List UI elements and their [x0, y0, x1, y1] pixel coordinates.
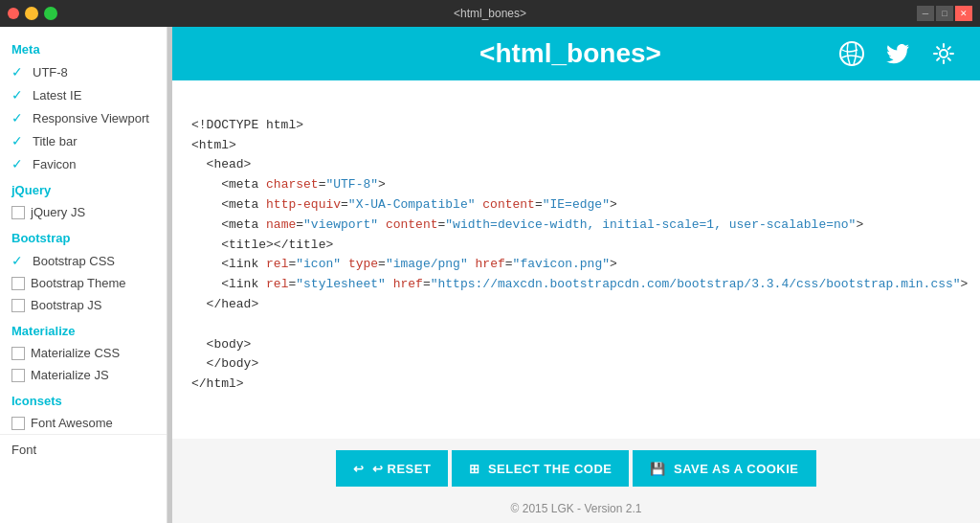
- dribbble-icon[interactable]: [835, 36, 869, 71]
- checkbox-bootstrap-js[interactable]: [11, 299, 25, 312]
- checkbox-bootstrap-theme[interactable]: [11, 277, 25, 290]
- sidebar-section-materialize: Materialize: [0, 316, 167, 342]
- main-content: <html_bones>: [172, 27, 980, 523]
- select-code-button[interactable]: ⊞ SELECT THE CODE: [452, 450, 629, 487]
- font-tab[interactable]: Font: [0, 434, 167, 465]
- sidebar-section-meta: Meta: [0, 34, 167, 60]
- action-bar: ↩ ↩ RESET ⊞ SELECT THE CODE 💾 SAVE AS A …: [172, 439, 980, 498]
- sidebar-item-titlebar[interactable]: ✓ Title bar: [0, 129, 167, 152]
- save-cookie-button[interactable]: 💾 SAVE AS A COOKIE: [633, 450, 815, 487]
- checkbox-font-awesome[interactable]: [11, 417, 25, 430]
- maximize-button[interactable]: [44, 7, 57, 20]
- twitter-icon[interactable]: [880, 36, 915, 71]
- checkbox-materialize-js[interactable]: [11, 369, 25, 382]
- save-icon: 💾: [650, 462, 666, 476]
- minimize-button[interactable]: [25, 7, 38, 20]
- svg-point-0: [840, 42, 863, 65]
- check-icon: ✓: [11, 110, 27, 125]
- settings-icon[interactable]: [926, 36, 961, 71]
- minimize-btn[interactable]: ─: [917, 6, 934, 21]
- check-icon: ✓: [11, 87, 27, 102]
- header-icons: [835, 36, 961, 71]
- footer-text: © 2015 LGK - Version 2.1: [511, 502, 642, 515]
- svg-point-1: [940, 50, 947, 57]
- sidebar-section-jquery: jQuery: [0, 175, 167, 201]
- footer: © 2015 LGK - Version 2.1: [172, 498, 980, 523]
- sidebar: Meta ✓ UTF-8 ✓ Latest IE ✓ Responsive Vi…: [0, 27, 167, 523]
- checkbox-materialize-css[interactable]: [11, 347, 25, 360]
- sidebar-item-jquery-js[interactable]: jQuery JS: [0, 201, 167, 223]
- sidebar-item-bootstrap-css[interactable]: ✓ Bootstrap CSS: [0, 249, 167, 272]
- sidebar-item-latest-ie[interactable]: ✓ Latest IE: [0, 83, 167, 106]
- app-header: <html_bones>: [172, 27, 980, 80]
- checkbox-jquery-js[interactable]: [11, 206, 25, 219]
- sidebar-item-responsive[interactable]: ✓ Responsive Viewport: [0, 106, 167, 129]
- check-icon: ✓: [11, 64, 27, 80]
- sidebar-item-font-awesome[interactable]: Font Awesome: [0, 412, 167, 434]
- sidebar-item-bootstrap-theme[interactable]: Bootstrap Theme: [0, 272, 167, 294]
- title-bar: <html_bones> ─ □ ✕: [0, 0, 980, 27]
- app-title: <html_bones>: [306, 38, 835, 69]
- sidebar-section-iconsets: Iconsets: [0, 386, 167, 412]
- select-icon: ⊞: [469, 462, 480, 476]
- code-editor[interactable]: <!DOCTYPE html> <html> <head> <meta char…: [172, 80, 980, 439]
- code-block: <!DOCTYPE html> <html> <head> <meta char…: [191, 96, 961, 415]
- sidebar-item-favicon[interactable]: ✓ Favicon: [0, 152, 167, 175]
- sidebar-section-bootstrap: Bootstrap: [0, 223, 167, 249]
- restore-btn[interactable]: □: [936, 6, 953, 21]
- traffic-light-red[interactable]: [8, 8, 19, 19]
- window-title: <html_bones>: [454, 7, 526, 20]
- sidebar-item-bootstrap-js[interactable]: Bootstrap JS: [0, 294, 167, 316]
- check-icon: ✓: [11, 253, 27, 268]
- reset-icon: ↩: [353, 462, 365, 476]
- sidebar-item-materialize-css[interactable]: Materialize CSS: [0, 342, 167, 364]
- check-icon: ✓: [11, 156, 27, 171]
- close-btn[interactable]: ✕: [955, 6, 972, 21]
- reset-button[interactable]: ↩ ↩ RESET: [336, 450, 448, 487]
- sidebar-item-utf8[interactable]: ✓ UTF-8: [0, 60, 167, 83]
- sidebar-item-materialize-js[interactable]: Materialize JS: [0, 364, 167, 386]
- check-icon: ✓: [11, 133, 27, 148]
